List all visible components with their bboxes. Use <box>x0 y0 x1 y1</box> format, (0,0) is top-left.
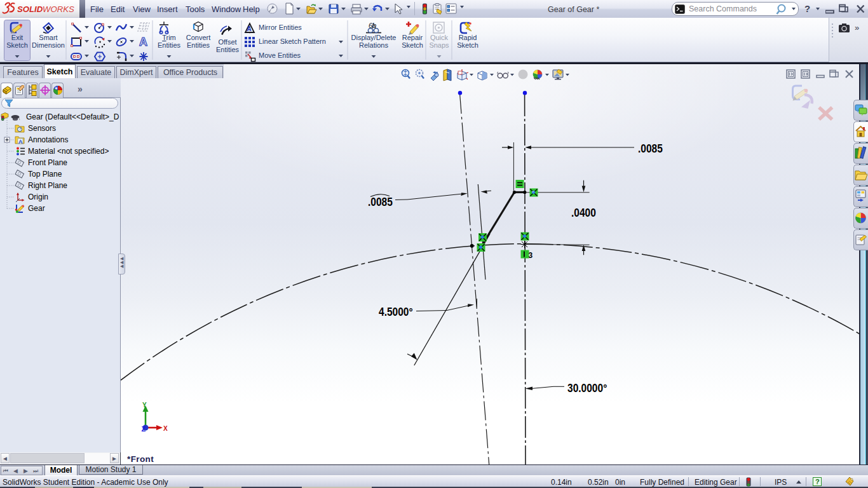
svg-text:Annotations: Annotations <box>28 135 68 144</box>
svg-text:A: A <box>139 36 147 48</box>
svg-text:Convert: Convert <box>186 34 211 41</box>
svg-text:Entities: Entities <box>187 41 210 49</box>
svg-text:.0085: .0085 <box>368 196 393 209</box>
svg-text:Entities: Entities <box>158 41 181 49</box>
svg-text:4.5000°: 4.5000° <box>379 306 413 319</box>
svg-text:*Front: *Front <box>127 454 154 464</box>
svg-text:Relations: Relations <box>359 41 388 49</box>
svg-text:X: X <box>163 425 168 432</box>
svg-text:Rapid: Rapid <box>459 34 477 41</box>
svg-text:WORKS: WORKS <box>43 4 74 14</box>
svg-text:Material <not specified>: Material <not specified> <box>28 147 109 156</box>
svg-text:Dimension: Dimension <box>32 41 65 49</box>
svg-text:Offset: Offset <box>218 38 236 46</box>
svg-text:Quick: Quick <box>430 34 449 41</box>
svg-text:Z: Z <box>142 425 146 433</box>
svg-text:Exit: Exit <box>11 34 23 41</box>
svg-text:Y: Y <box>142 402 147 409</box>
svg-text:A: A <box>247 25 252 32</box>
svg-text:Sketch: Sketch <box>402 41 423 49</box>
svg-text:Origin: Origin <box>28 193 48 201</box>
svg-text:Front Plane: Front Plane <box>28 158 67 167</box>
svg-text:Gear (Default<<Default>_D: Gear (Default<<Default>_D <box>26 112 119 121</box>
svg-text:30.0000°: 30.0000° <box>567 382 607 395</box>
svg-text:.0085: .0085 <box>638 142 663 156</box>
svg-text:Top Plane: Top Plane <box>28 170 62 179</box>
svg-text:Repair: Repair <box>402 34 423 41</box>
svg-text:3: 3 <box>529 251 533 260</box>
svg-text:?: ? <box>815 478 820 485</box>
svg-text:Sensors: Sensors <box>28 124 56 133</box>
svg-text:Move Entities: Move Entities <box>259 51 301 59</box>
svg-text:Sketch: Sketch <box>6 41 28 49</box>
svg-text:SOLID: SOLID <box>17 4 43 14</box>
svg-text:Right Plane: Right Plane <box>28 181 67 190</box>
svg-text:.0400: .0400 <box>571 207 596 220</box>
svg-text:A: A <box>18 139 23 145</box>
svg-text:Display/Delete: Display/Delete <box>351 34 397 41</box>
svg-text:Sketch: Sketch <box>457 41 478 49</box>
svg-text:Mirror Entities: Mirror Entities <box>259 24 302 31</box>
svg-text:Gear: Gear <box>28 204 45 213</box>
svg-text:Snaps: Snaps <box>429 41 449 49</box>
svg-text:Smart: Smart <box>39 34 57 41</box>
svg-text:»: » <box>855 23 859 32</box>
svg-text:Linear Sketch Pattern: Linear Sketch Pattern <box>259 37 326 45</box>
svg-text:Trim: Trim <box>162 34 176 41</box>
svg-text:Entities: Entities <box>216 46 240 53</box>
